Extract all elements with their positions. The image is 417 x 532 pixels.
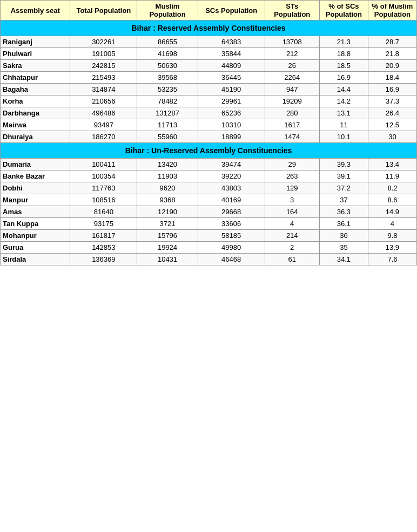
cell-value: 55960 — [137, 131, 198, 143]
table-row: Sakra24281550630448092618.520.9 — [1, 60, 417, 72]
cell-value: 36.3 — [319, 206, 368, 218]
cell-value: 19924 — [137, 242, 198, 254]
cell-value: 37.3 — [368, 96, 416, 107]
cell-value: 16.9 — [319, 72, 368, 84]
cell-value: 78482 — [137, 96, 198, 107]
cell-value: 8.2 — [368, 182, 416, 194]
cell-value: 131287 — [137, 107, 198, 119]
cell-value: 46468 — [198, 254, 265, 265]
seat-name: Amas — [1, 206, 70, 218]
cell-value: 496486 — [70, 107, 137, 119]
section-title: Bihar : Reserved Assembly Constituencies — [1, 21, 417, 36]
cell-value: 40169 — [198, 194, 265, 206]
table-row: Phulwari191005416983584421218.821.8 — [1, 48, 417, 60]
cell-value: 39568 — [137, 72, 198, 84]
cell-value: 142853 — [70, 242, 137, 254]
cell-value: 13420 — [137, 159, 198, 170]
cell-value: 18.5 — [319, 60, 368, 72]
cell-value: 41698 — [137, 48, 198, 60]
cell-value: 29 — [265, 159, 319, 170]
cell-value: 35 — [319, 242, 368, 254]
cell-value: 30 — [368, 131, 416, 143]
cell-value: 36 — [319, 230, 368, 242]
col-header-muslim-pop: Muslim Population — [137, 1, 198, 21]
cell-value: 28.7 — [368, 36, 416, 48]
cell-value: 9620 — [137, 182, 198, 194]
cell-value: 37.2 — [319, 182, 368, 194]
cell-value: 39.3 — [319, 159, 368, 170]
cell-value: 26 — [265, 60, 319, 72]
cell-value: 65236 — [198, 107, 265, 119]
cell-value: 314874 — [70, 84, 137, 96]
cell-value: 13.9 — [368, 242, 416, 254]
table-row: Darbhanga4964861312876523628013.126.4 — [1, 107, 417, 119]
cell-value: 64383 — [198, 36, 265, 48]
cell-value: 10310 — [198, 119, 265, 131]
cell-value: 39474 — [198, 159, 265, 170]
seat-name: Banke Bazar — [1, 170, 70, 182]
cell-value: 186270 — [70, 131, 137, 143]
cell-value: 4 — [368, 218, 416, 230]
cell-value: 14.9 — [368, 206, 416, 218]
cell-value: 2264 — [265, 72, 319, 84]
cell-value: 58185 — [198, 230, 265, 242]
table-row: Banke Bazar100354119033922026339.111.9 — [1, 170, 417, 182]
cell-value: 81640 — [70, 206, 137, 218]
table-row: Gurua142853199244998023513.9 — [1, 242, 417, 254]
cell-value: 93175 — [70, 218, 137, 230]
cell-value: 18.8 — [319, 48, 368, 60]
cell-value: 215493 — [70, 72, 137, 84]
cell-value: 21.8 — [368, 48, 416, 60]
cell-value: 19209 — [265, 96, 319, 107]
cell-value: 53235 — [137, 84, 198, 96]
cell-value: 45190 — [198, 84, 265, 96]
seat-name: Korha — [1, 96, 70, 107]
col-header-seat: Assembly seat — [1, 1, 70, 21]
cell-value: 100354 — [70, 170, 137, 182]
cell-value: 29668 — [198, 206, 265, 218]
seat-name: Dumaria — [1, 159, 70, 170]
cell-value: 263 — [265, 170, 319, 182]
cell-value: 93497 — [70, 119, 137, 131]
cell-value: 117763 — [70, 182, 137, 194]
table-row: Raniganj30226186655643831370821.328.7 — [1, 36, 417, 48]
seat-name: Mairwa — [1, 119, 70, 131]
cell-value: 3721 — [137, 218, 198, 230]
cell-value: 18.4 — [368, 72, 416, 84]
cell-value: 11903 — [137, 170, 198, 182]
cell-value: 39220 — [198, 170, 265, 182]
cell-value: 100411 — [70, 159, 137, 170]
seat-name: Dobhi — [1, 182, 70, 194]
cell-value: 210656 — [70, 96, 137, 107]
cell-value: 280 — [265, 107, 319, 119]
col-header-total-pop: Total Population — [70, 1, 137, 21]
col-header-sts-pop: STs Population — [265, 1, 319, 21]
table-row: Sirdala13636910431464686134.17.6 — [1, 254, 417, 265]
cell-value: 37 — [319, 194, 368, 206]
seat-name: Bagaha — [1, 84, 70, 96]
table-row: Dhuraiya1862705596018899147410.130 — [1, 131, 417, 143]
cell-value: 191005 — [70, 48, 137, 60]
section-title: Bihar : Un-Reserved Assembly Constituenc… — [1, 143, 417, 159]
table-row: Chhatapur2154933956836445226416.918.4 — [1, 72, 417, 84]
col-header-pct-muslim: % of Muslim Population — [368, 1, 416, 21]
cell-value: 21.3 — [319, 36, 368, 48]
cell-value: 35844 — [198, 48, 265, 60]
table-row: Mohanpur1618171579658185214369.8 — [1, 230, 417, 242]
cell-value: 129 — [265, 182, 319, 194]
cell-value: 13.1 — [319, 107, 368, 119]
cell-value: 44809 — [198, 60, 265, 72]
cell-value: 7.6 — [368, 254, 416, 265]
seat-name: Gurua — [1, 242, 70, 254]
seat-name: Phulwari — [1, 48, 70, 60]
cell-value: 16.9 — [368, 84, 416, 96]
cell-value: 1617 — [265, 119, 319, 131]
cell-value: 34.1 — [319, 254, 368, 265]
cell-value: 26.4 — [368, 107, 416, 119]
col-header-scs-pop: SCs Population — [198, 1, 265, 21]
cell-value: 14.2 — [319, 96, 368, 107]
table-body: Bihar : Reserved Assembly Constituencies… — [1, 21, 417, 265]
table-row: Tan Kuppa93175372133606436.14 — [1, 218, 417, 230]
cell-value: 11 — [319, 119, 368, 131]
cell-value: 86655 — [137, 36, 198, 48]
